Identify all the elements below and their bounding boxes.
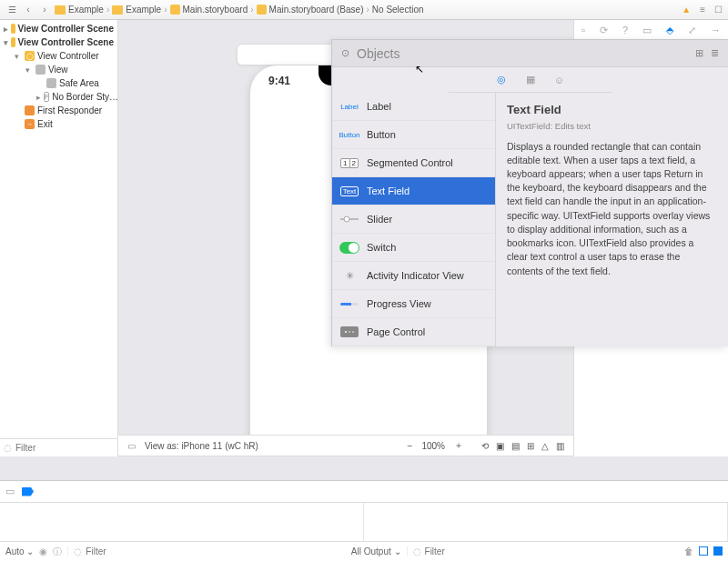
tree-item[interactable]: ▾◯View Controller <box>0 49 117 63</box>
size-inspector-icon[interactable]: ⤢ <box>688 25 696 36</box>
library-item-button[interactable]: ButtonButton <box>332 121 495 149</box>
related-items-icon[interactable]: ☰ <box>5 4 18 16</box>
slider-icon <box>339 215 359 223</box>
align-icon[interactable]: ▤ <box>511 441 520 451</box>
attributes-inspector-icon[interactable]: ⬘ <box>666 25 673 36</box>
library-item-textfield[interactable]: TextText Field <box>332 177 495 205</box>
trash-icon[interactable]: 🗑 <box>684 546 693 556</box>
chevron-right-icon: › <box>250 5 253 15</box>
console-view[interactable] <box>364 503 728 541</box>
resolve-icon[interactable]: △ <box>541 441 549 451</box>
auto-selector[interactable]: Auto ⌄ <box>5 546 34 556</box>
adjust-editor-icon[interactable]: ≡ <box>700 5 705 15</box>
info-icon[interactable]: ⓘ <box>53 546 62 558</box>
filter-input[interactable] <box>425 546 679 556</box>
tree-item[interactable]: →Exit <box>0 117 117 131</box>
add-editor-icon[interactable]: ☐ <box>714 5 723 15</box>
inspector-tabs[interactable]: ▫ ⟳ ? ▭ ⬘ ⤢ → <box>574 20 728 40</box>
crumb-label: Example <box>126 5 161 15</box>
item-label: Segmented Control <box>367 157 453 168</box>
identity-inspector-icon[interactable]: ▭ <box>642 25 652 36</box>
console-filter[interactable]: ◌ <box>407 546 679 556</box>
viewas-label[interactable]: View as: iPhone 11 (wC hR) <box>145 441 258 451</box>
embed-icon[interactable]: ▣ <box>496 441 504 451</box>
scene-item[interactable]: ▾View Controller Scene <box>0 35 117 49</box>
item-label: Slider <box>367 214 392 225</box>
object-library: ⊙ Objects ⊞ ≣ ◎ ▦ ☺ LabelLabel ButtonBut… <box>331 39 728 346</box>
library-header[interactable]: ⊙ Objects ⊞ ≣ <box>332 40 728 67</box>
tree-item[interactable]: First Responder <box>0 104 117 117</box>
scene-item[interactable]: ▸View Controller Scene <box>0 22 117 35</box>
zoom-label: 100% <box>421 441 445 451</box>
pagecontrol-icon <box>339 326 359 337</box>
viewcontroller-icon: ◯ <box>25 51 35 61</box>
detail-subtitle: UITextField: Edits text <box>507 120 717 133</box>
storyboard-icon <box>170 5 180 15</box>
tree-item[interactable]: ▾View <box>0 63 117 76</box>
library-item-progress[interactable]: Progress View <box>332 290 495 318</box>
segmented-icon: 12 <box>339 158 359 168</box>
help-inspector-icon[interactable]: ? <box>622 25 628 35</box>
tree-label: View Controller Scene <box>18 37 114 47</box>
library-list[interactable]: LabelLabel ButtonButton 12Segmented Cont… <box>332 93 496 346</box>
crumb-label: Example <box>68 5 104 15</box>
folder-icon <box>112 5 123 15</box>
library-item-pagecontrol[interactable]: Page Control <box>332 318 495 346</box>
item-label: Switch <box>367 242 396 253</box>
library-filter-tabs[interactable]: ◎ ▦ ☺ <box>449 67 612 93</box>
outline-filter[interactable]: ◌ <box>0 438 117 456</box>
pane-left-icon[interactable] <box>699 546 708 556</box>
variables-view[interactable] <box>0 503 364 541</box>
folder-icon <box>55 5 66 15</box>
library-item-segmented[interactable]: 12Segmented Control <box>332 149 495 177</box>
item-label: Page Control <box>367 326 425 337</box>
grid-view-icon[interactable]: ⊞ <box>695 47 703 59</box>
zoom-in-button[interactable]: ＋ <box>454 439 463 452</box>
eye-icon[interactable]: ◉ <box>39 546 47 556</box>
history-inspector-icon[interactable]: ⟳ <box>600 25 608 36</box>
filter-icon: ◌ <box>74 546 82 556</box>
tree-item[interactable]: ▸FNo Border Sty… <box>0 90 117 104</box>
library-item-label[interactable]: LabelLabel <box>332 93 495 121</box>
item-label: Progress View <box>367 298 431 309</box>
outline-toggle-icon[interactable]: ▭ <box>127 441 136 451</box>
warning-icon[interactable]: ▲ <box>682 5 691 15</box>
activity-icon: ✳ <box>339 270 359 282</box>
library-item-switch[interactable]: Switch <box>332 234 495 262</box>
breadcrumb[interactable]: Example › Example › Main.storyboard › Ma… <box>55 5 424 15</box>
jump-bar[interactable]: ☰ ‹ › Example › Example › Main.storyboar… <box>0 0 728 20</box>
debug-area: ▭ Auto ⌄ ◉ ⓘ ◌ All Output ⌄ ◌ 🗑 <box>0 480 728 561</box>
crumb-label: No Selection <box>372 5 424 15</box>
crumb-label: Main.storyboard (Base) <box>269 5 364 15</box>
zoom-out-button[interactable]: − <box>408 441 413 451</box>
toggle-breakpoint-icon[interactable]: ▭ <box>5 486 15 497</box>
update-frames-icon[interactable]: ⟲ <box>481 441 489 451</box>
responder-icon <box>25 105 35 115</box>
library-back-icon[interactable]: ⊙ <box>341 47 349 59</box>
breakpoint-icon[interactable] <box>22 487 34 496</box>
media-tab-icon[interactable]: ▦ <box>523 73 538 87</box>
item-label: Text Field <box>367 185 410 196</box>
exit-icon: → <box>25 119 35 129</box>
forward-icon[interactable]: › <box>38 4 51 16</box>
constraint-tools: ⟲ ▣ ▤ ⊞ △ ▥ <box>481 441 564 451</box>
list-view-icon[interactable]: ≣ <box>711 47 719 59</box>
variables-filter[interactable]: ◌ <box>67 546 339 556</box>
editor-options: ▲ ≡ ☐ <box>682 5 723 15</box>
output-selector[interactable]: All Output ⌄ <box>351 546 401 556</box>
connections-inspector-icon[interactable]: → <box>711 25 721 35</box>
filter-input[interactable] <box>15 443 131 453</box>
library-item-activity[interactable]: ✳Activity Indicator View <box>332 262 495 290</box>
pin-icon[interactable]: ⊞ <box>527 441 534 451</box>
tree-item[interactable]: Safe Area <box>0 76 117 90</box>
pane-right-icon[interactable] <box>713 546 723 556</box>
library-item-slider[interactable]: Slider <box>332 205 495 234</box>
embed-in-icon[interactable]: ▥ <box>556 441 564 451</box>
objects-tab-icon[interactable]: ◎ <box>494 73 509 87</box>
filter-input[interactable] <box>86 546 339 556</box>
canvas-bottom-bar: ▭ View as: iPhone 11 (wC hR) − 100% ＋ ⟲ … <box>118 435 573 456</box>
crumb-label: Main.storyboard <box>183 5 248 15</box>
back-icon[interactable]: ‹ <box>22 4 35 16</box>
file-inspector-icon[interactable]: ▫ <box>581 25 585 35</box>
color-tab-icon[interactable]: ☺ <box>552 73 567 87</box>
